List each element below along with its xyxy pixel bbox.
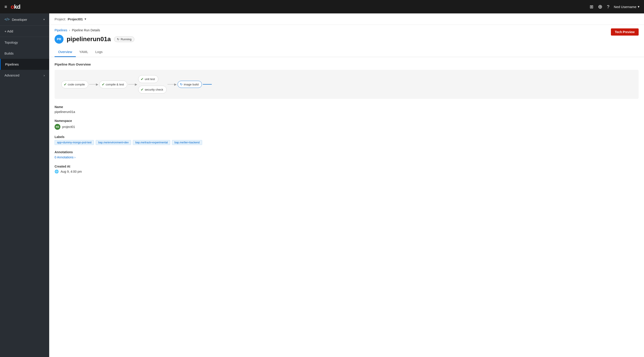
detail-annotations-section: Annotations 0 Annotations › xyxy=(54,150,639,159)
sidebar-item-advanced[interactable]: Advanced › xyxy=(0,70,49,81)
branch-group: ✔ unit test ✔ security check xyxy=(138,75,166,94)
breadcrumb-pipelines-link[interactable]: Pipelines xyxy=(54,28,67,32)
name-value: pipelinerun01a xyxy=(54,110,639,114)
sidebar-item-label-pipelines: Pipelines xyxy=(5,62,19,66)
namespace-badge-row: NS project01 xyxy=(54,124,75,130)
tab-logs[interactable]: Logs xyxy=(92,47,106,57)
pr-badge: PR xyxy=(54,35,64,44)
sidebar-developer-switcher[interactable]: </> Developer ▾ xyxy=(0,14,49,26)
annotations-label: Annotations xyxy=(54,150,639,154)
task-label-unit-test: unit test xyxy=(145,78,155,81)
status-badge: ↻ Running xyxy=(114,36,134,42)
label-chip-1: bap.me/environment=dev xyxy=(96,140,131,145)
created-at-label: Created At xyxy=(54,165,639,168)
annotations-caret-icon: › xyxy=(74,156,76,159)
annotations-link-row: 0 Annotations › xyxy=(54,155,639,159)
sidebar-item-pipelines[interactable]: Pipelines xyxy=(0,59,49,70)
labels-label: Labels xyxy=(54,135,639,139)
app-logo: okd xyxy=(11,3,20,10)
sidebar-perspective-label: Developer xyxy=(12,18,41,22)
task-compile-test[interactable]: ✔ compile & test xyxy=(99,80,128,88)
detail-name-section: Name pipelinerun01a xyxy=(54,105,639,114)
arrow-1: ▶ xyxy=(89,82,98,86)
task-label-security-check: security check xyxy=(145,88,163,91)
pipeline-flow: ✔ code compile ▶ ✔ compile & test xyxy=(61,75,632,94)
page-title: pipelinerun01a xyxy=(67,36,111,43)
user-caret-icon: ▾ xyxy=(638,5,640,9)
tab-yaml[interactable]: YAML xyxy=(76,47,92,57)
sidebar-item-caret-advanced: › xyxy=(44,73,45,77)
plus-icon[interactable]: ⊕ xyxy=(598,4,602,10)
project-caret-icon[interactable]: ▾ xyxy=(84,17,86,21)
trailing-line xyxy=(203,84,212,84)
arrow-icon: ▶ xyxy=(96,82,98,86)
annotations-link-text: 0 Annotations xyxy=(54,156,74,159)
status-label: Running xyxy=(121,38,132,41)
sidebar-item-topology[interactable]: Topology xyxy=(0,37,49,48)
namespace-label: Namespace xyxy=(54,119,639,122)
hamburger-menu-icon[interactable]: ≡ xyxy=(4,4,7,10)
logo-text: okd xyxy=(11,3,20,10)
arrow-3: ▶ xyxy=(168,82,177,86)
main-content: Project: Project01 ▾ Pipelines › Pipelin… xyxy=(49,14,644,357)
pipeline-diagram: ✔ code compile ▶ ✔ compile & test xyxy=(54,70,639,99)
breadcrumb-separator: › xyxy=(69,28,70,32)
sidebar-caret-icon: ▾ xyxy=(44,18,45,21)
task-unit-test[interactable]: ✔ unit test xyxy=(138,75,158,83)
header-right: Tech Preview xyxy=(611,28,639,36)
annotations-link[interactable]: 0 Annotations › xyxy=(54,156,76,159)
sidebar-item-label-advanced: Advanced xyxy=(4,73,20,77)
task-check-icon-2: ✔ xyxy=(102,82,105,86)
sidebar-item-builds[interactable]: Builds xyxy=(0,48,49,59)
sidebar-add-button[interactable]: + Add xyxy=(0,26,49,37)
label-chip-3: bap.me/tier=backend xyxy=(172,140,202,145)
logo-kd: kd xyxy=(14,3,20,10)
task-code-compile[interactable]: ✔ code compile xyxy=(61,80,88,88)
task-spin-icon: ↻ xyxy=(180,82,183,86)
tech-preview-button[interactable]: Tech Preview xyxy=(611,28,639,36)
tabs: Overview YAML Logs xyxy=(49,47,644,57)
user-menu[interactable]: Ned Username ▾ xyxy=(614,5,640,9)
detail-namespace-section: Namespace NS project01 xyxy=(54,119,639,130)
sidebar: </> Developer ▾ + Add Topology Builds Pi… xyxy=(0,14,49,357)
detail-created-at-section: Created At 🌐 Aug 9, 4:00 pm xyxy=(54,165,639,174)
top-navigation: ≡ okd ⊞ ⊕ ? Ned Username ▾ xyxy=(0,0,644,14)
label-chip-2: bap.me/track=experimental xyxy=(133,140,170,145)
namespace-value: project01 xyxy=(62,125,75,128)
task-label-image-build: image build xyxy=(184,83,199,86)
tab-overview[interactable]: Overview xyxy=(54,47,76,57)
task-label-compile-test: compile & test xyxy=(106,83,124,86)
header-left: Pipelines › Pipeline Run Details PR pipe… xyxy=(54,28,134,44)
task-image-build[interactable]: ↻ image build xyxy=(178,81,202,88)
user-name: Ned Username xyxy=(614,5,636,9)
ns-icon: NS xyxy=(54,124,60,130)
sidebar-item-label-builds: Builds xyxy=(4,52,14,55)
task-security-check[interactable]: ✔ security check xyxy=(138,86,166,94)
project-name: Project01 xyxy=(68,17,83,21)
page-header: Pipelines › Pipeline Run Details PR pipe… xyxy=(49,25,644,46)
arrow-2: ▶ xyxy=(128,82,137,86)
connector-line xyxy=(89,84,96,84)
connector-line-3 xyxy=(168,84,174,84)
name-label: Name xyxy=(54,105,639,109)
task-label-code-compile: code compile xyxy=(68,83,85,86)
created-at-value-row: 🌐 Aug 9, 4:00 pm xyxy=(54,170,639,174)
labels-row: app=dummy-mongo-pod-test bap.me/environm… xyxy=(54,140,639,145)
globe-icon: 🌐 xyxy=(54,170,59,174)
help-icon[interactable]: ? xyxy=(607,4,609,10)
logo-o: o xyxy=(11,3,14,10)
content-body: Pipeline Run Overview ✔ code compile ▶ xyxy=(49,57,644,184)
project-label: Project: xyxy=(54,17,66,21)
detail-labels-section: Labels app=dummy-mongo-pod-test bap.me/e… xyxy=(54,135,639,145)
breadcrumb-current: Pipeline Run Details xyxy=(72,28,100,32)
code-icon: </> xyxy=(4,18,10,22)
project-bar: Project: Project01 ▾ xyxy=(49,14,644,25)
connector-line-2 xyxy=(128,84,135,84)
grid-icon[interactable]: ⊞ xyxy=(590,4,594,10)
arrow-icon-2: ▶ xyxy=(135,82,137,86)
label-chip-0: app=dummy-mongo-pod-test xyxy=(54,140,94,145)
breadcrumb: Pipelines › Pipeline Run Details xyxy=(54,28,134,32)
pipeline-run-overview-title: Pipeline Run Overview xyxy=(54,62,639,66)
status-spin-icon: ↻ xyxy=(117,38,120,41)
pipeline-title-row: PR pipelinerun01a ↻ Running xyxy=(54,35,134,44)
